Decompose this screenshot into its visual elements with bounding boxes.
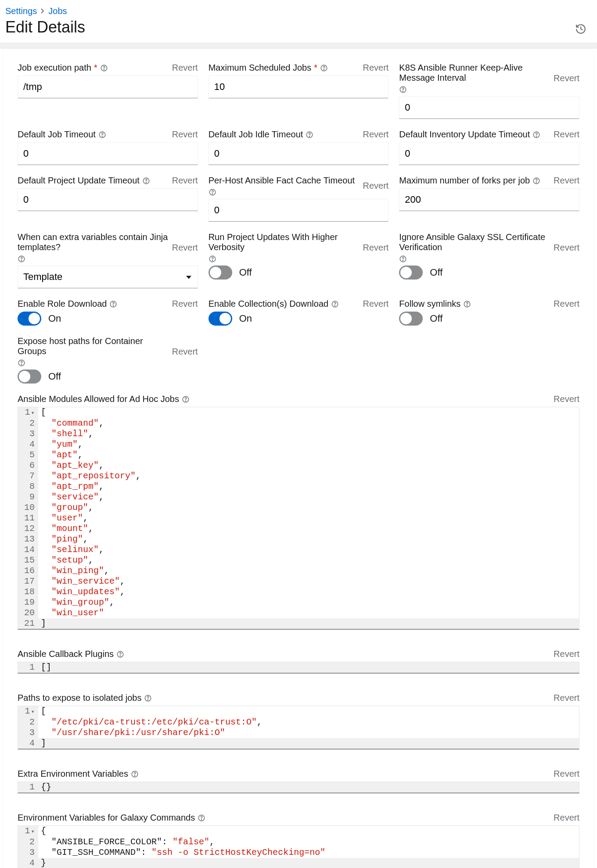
help-icon[interactable] <box>399 255 407 263</box>
help-icon[interactable] <box>198 814 205 822</box>
revert-enable-role-dl[interactable]: Revert <box>172 299 198 309</box>
help-icon[interactable] <box>142 177 150 185</box>
label-max-scheduled: Maximum Scheduled Jobs* <box>209 63 328 73</box>
label-default-inv-update: Default Inventory Update Timeout <box>399 129 540 140</box>
higher-verbosity-state: Off <box>239 267 252 278</box>
jinja-select[interactable] <box>18 265 198 288</box>
revert-default-proj-update[interactable]: Revert <box>172 176 198 186</box>
svg-point-23 <box>212 260 212 261</box>
revert-enable-coll-dl[interactable]: Revert <box>363 299 388 309</box>
label-follow-symlinks: Follow symlinks <box>399 299 471 309</box>
help-icon[interactable] <box>399 86 407 93</box>
default-job-timeout-input[interactable] <box>18 142 198 165</box>
follow-symlinks-state: Off <box>430 313 442 324</box>
label-isolated-paths: Paths to expose to isolated jobs <box>18 693 152 703</box>
ignore-ssl-toggle[interactable] <box>399 265 423 280</box>
revert-extra-env[interactable]: Revert <box>554 769 579 779</box>
revert-isolated-paths[interactable]: Revert <box>554 693 579 703</box>
revert-jinja[interactable]: Revert <box>172 243 198 253</box>
enable-role-dl-state: On <box>48 313 61 324</box>
revert-follow-symlinks[interactable]: Revert <box>554 299 579 309</box>
revert-per-host-fact-cache[interactable]: Revert <box>363 181 388 191</box>
svg-point-3 <box>104 69 104 70</box>
help-icon[interactable] <box>116 650 124 658</box>
label-k8s-keepalive: K8S Ansible Runner Keep-Alive Message In… <box>399 63 554 93</box>
revert-k8s-keepalive[interactable]: Revert <box>554 73 579 83</box>
enable-coll-dl-toggle[interactable] <box>209 312 232 326</box>
default-inv-update-input[interactable] <box>399 142 579 165</box>
k8s-keepalive-input[interactable] <box>399 96 579 119</box>
help-icon[interactable] <box>131 770 139 778</box>
help-icon[interactable] <box>100 64 108 72</box>
help-icon[interactable] <box>331 300 339 308</box>
label-default-job-idle: Default Job Idle Timeout <box>209 129 314 140</box>
label-expose-host-paths: Expose host paths for Container Groups <box>18 336 172 367</box>
breadcrumb-jobs[interactable]: Jobs <box>48 6 67 16</box>
max-scheduled-input[interactable] <box>209 75 389 98</box>
extra-env-editor[interactable]: 1{} <box>18 782 579 793</box>
svg-point-19 <box>536 182 537 183</box>
revert-max-forks[interactable]: Revert <box>554 176 579 186</box>
revert-default-job-timeout[interactable]: Revert <box>172 129 198 140</box>
higher-verbosity-toggle[interactable] <box>209 265 232 280</box>
follow-symlinks-toggle[interactable] <box>399 312 423 326</box>
revert-default-job-idle[interactable]: Revert <box>363 129 388 140</box>
svg-point-43 <box>201 819 202 820</box>
callback-plugins-editor[interactable]: 1[] <box>18 662 579 674</box>
label-default-proj-update: Default Project Update Timeout <box>18 176 150 186</box>
expose-host-paths-state: Off <box>48 371 61 382</box>
label-enable-role-dl: Enable Role Download <box>18 299 117 309</box>
help-icon[interactable] <box>209 255 216 263</box>
job-exec-path-input[interactable] <box>18 75 198 98</box>
help-icon[interactable] <box>18 359 25 367</box>
svg-point-37 <box>120 656 120 656</box>
galaxy-env-editor[interactable]: 1▾{2 "ANSIBLE_FORCE_COLOR": "false",3 "G… <box>18 825 579 868</box>
label-enable-coll-dl: Enable Collection(s) Download <box>209 299 339 309</box>
help-icon[interactable] <box>532 177 540 185</box>
help-icon[interactable] <box>463 300 471 308</box>
isolated-paths-editor[interactable]: 1▾[2 "/etc/pki/ca-trust:/etc/pki/ca-trus… <box>18 706 579 750</box>
revert-max-scheduled[interactable]: Revert <box>363 63 388 73</box>
enable-role-dl-toggle[interactable] <box>18 312 41 326</box>
svg-point-13 <box>536 136 537 136</box>
breadcrumb-settings[interactable]: Settings <box>5 6 37 16</box>
label-max-forks: Maximum number of forks per job <box>399 176 540 186</box>
help-icon[interactable] <box>306 131 313 139</box>
help-icon[interactable] <box>182 395 190 403</box>
expose-host-paths-toggle[interactable] <box>18 369 41 384</box>
label-ignore-ssl: Ignore Ansible Galaxy SSL Certificate Ve… <box>399 232 554 263</box>
help-icon[interactable] <box>209 188 216 196</box>
help-icon[interactable] <box>144 694 152 702</box>
revert-adhoc-modules[interactable]: Revert <box>554 394 579 404</box>
help-icon[interactable] <box>109 300 117 308</box>
help-icon[interactable] <box>320 64 328 72</box>
enable-coll-dl-state: On <box>239 313 252 324</box>
revert-ignore-ssl[interactable]: Revert <box>554 243 579 253</box>
revert-higher-verbosity[interactable]: Revert <box>363 243 388 253</box>
max-forks-input[interactable] <box>399 188 579 211</box>
revert-callback-plugins[interactable]: Revert <box>554 649 579 659</box>
help-icon[interactable] <box>532 131 540 139</box>
svg-point-7 <box>403 91 403 91</box>
help-icon[interactable] <box>98 131 106 139</box>
label-higher-verbosity: Run Project Updates With Higher Verbosit… <box>209 232 363 263</box>
svg-point-27 <box>113 305 114 306</box>
revert-default-inv-update[interactable]: Revert <box>554 129 579 140</box>
default-proj-update-input[interactable] <box>18 188 198 211</box>
svg-point-9 <box>102 136 102 136</box>
default-job-idle-input[interactable] <box>209 142 389 165</box>
adhoc-modules-editor[interactable]: 1▾[2 "command",3 "shell",4 "yum",5 "apt"… <box>18 407 579 630</box>
per-host-fact-cache-input[interactable] <box>209 199 389 222</box>
svg-point-41 <box>134 775 135 776</box>
history-icon[interactable] <box>575 23 586 37</box>
label-per-host-fact-cache: Per-Host Ansible Fact Cache Timeout <box>209 176 363 196</box>
revert-job-exec-path[interactable]: Revert <box>172 63 198 73</box>
svg-point-21 <box>21 260 22 261</box>
help-icon[interactable] <box>18 255 25 263</box>
svg-point-39 <box>148 699 148 700</box>
label-galaxy-env: Environment Variables for Galaxy Command… <box>18 813 205 823</box>
revert-expose-host-paths[interactable]: Revert <box>172 347 198 357</box>
breadcrumb: Settings Jobs <box>5 4 592 17</box>
revert-galaxy-env[interactable]: Revert <box>554 813 579 823</box>
svg-point-33 <box>21 364 22 365</box>
